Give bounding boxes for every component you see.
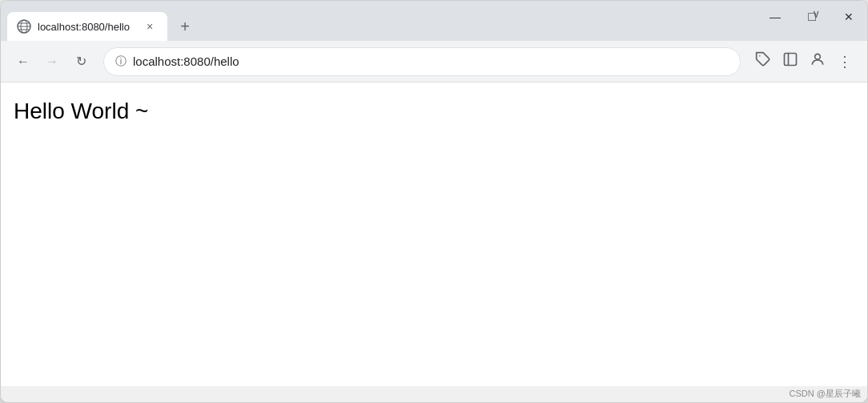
extensions-button[interactable] <box>750 49 776 75</box>
profile-icon <box>810 51 826 71</box>
close-button[interactable] <box>830 1 867 33</box>
window-controls: ∨ <box>757 1 867 33</box>
toolbar: ← → ↻ ⓘ <box>1 41 867 83</box>
hello-world-heading: Hello World ~ <box>14 99 148 123</box>
reload-button[interactable]: ↻ <box>68 49 94 75</box>
tab-bar: localhost:8080/hello × + ∨ <box>1 1 867 41</box>
tab-close-button[interactable]: × <box>142 18 158 34</box>
back-icon: ← <box>17 54 30 69</box>
svg-point-8 <box>815 54 821 59</box>
toolbar-actions: ⋮ <box>750 49 858 75</box>
address-bar-input[interactable] <box>133 54 729 68</box>
minimize-button[interactable] <box>757 1 794 33</box>
browser-window: localhost:8080/hello × + ∨ ← → ↻ <box>0 0 868 403</box>
sidebar-icon <box>782 51 798 71</box>
close-icon <box>844 10 854 24</box>
back-button[interactable]: ← <box>10 49 36 75</box>
tab-title: localhost:8080/hello <box>38 21 135 33</box>
watermark: CSDN @星辰子曦 <box>1 386 867 402</box>
puzzle-icon <box>755 51 771 71</box>
forward-icon: → <box>46 54 58 69</box>
site-info-icon[interactable]: ⓘ <box>115 54 127 69</box>
svg-rect-6 <box>785 54 797 66</box>
page-content: Hello World ~ <box>1 83 867 386</box>
profile-button[interactable] <box>805 49 830 75</box>
reload-icon: ↻ <box>76 54 86 69</box>
minimize-icon <box>770 10 781 24</box>
tab-list-dropdown-icon[interactable]: ∨ <box>812 7 820 20</box>
address-bar-container[interactable]: ⓘ <box>103 47 741 76</box>
forward-button[interactable]: → <box>39 49 65 75</box>
watermark-text: CSDN @星辰子曦 <box>790 389 861 398</box>
menu-button[interactable]: ⋮ <box>832 49 858 75</box>
tab-favicon-icon <box>17 19 31 34</box>
kebab-menu-icon: ⋮ <box>838 53 852 71</box>
sidebar-button[interactable] <box>778 49 803 75</box>
active-tab[interactable]: localhost:8080/hello × <box>7 12 167 41</box>
new-tab-button[interactable]: + <box>174 15 196 38</box>
